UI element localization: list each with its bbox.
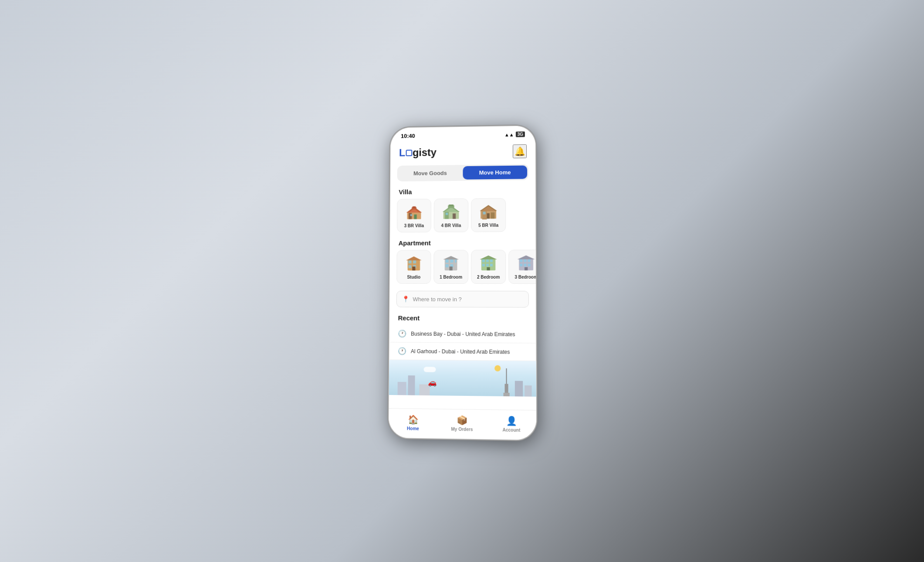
villa-5br-card[interactable]: 5 BR Villa [471, 198, 506, 232]
svg-marker-45 [480, 255, 497, 259]
villa-3br-icon [404, 203, 423, 221]
svg-rect-40 [486, 259, 488, 262]
nav-account[interactable]: 👤 Account [486, 413, 536, 435]
notifications-button[interactable]: 🔔 [512, 144, 526, 158]
apartment-cards-row: Studio [389, 249, 536, 289]
account-nav-icon: 👤 [506, 415, 517, 426]
studio-card[interactable]: Studio [396, 250, 431, 284]
1bedroom-label: 1 Bedroom [440, 275, 462, 280]
status-time: 10:40 [401, 133, 415, 139]
svg-rect-35 [455, 259, 457, 262]
logo-box [406, 149, 412, 156]
building-5 [525, 385, 531, 396]
svg-rect-14 [449, 204, 454, 206]
wifi-icon: ▲▲ [504, 132, 514, 137]
svg-rect-51 [520, 263, 522, 266]
svg-rect-22 [487, 213, 489, 218]
status-icons: ▲▲ 3G [504, 131, 525, 137]
svg-rect-29 [412, 266, 415, 270]
villa-3br-card[interactable]: 3 BR Villa [396, 198, 431, 232]
3bedroom-label: 3 Bedroom [514, 274, 536, 279]
location-placeholder-text: Where to move in ? [413, 296, 523, 302]
svg-marker-28 [406, 256, 422, 260]
villa-5br-icon [479, 203, 498, 220]
battery-icon: 3G [515, 131, 525, 137]
svg-rect-37 [449, 266, 452, 270]
orders-nav-label: My Orders [451, 426, 473, 432]
svg-rect-10 [453, 213, 456, 219]
villa-4br-card[interactable]: 4 BR Villa [433, 198, 468, 232]
svg-rect-48 [520, 259, 522, 262]
logo-l: L [399, 146, 405, 159]
svg-rect-31 [445, 259, 448, 262]
3bedroom-card[interactable]: 3 Bedroom [508, 249, 536, 283]
building-1 [397, 381, 406, 395]
svg-rect-18 [491, 212, 494, 218]
villa-3br-label: 3 BR Villa [404, 223, 423, 228]
burj-spire [506, 368, 507, 384]
burj-base [503, 392, 509, 396]
villa-4br-label: 4 BR Villa [441, 223, 461, 228]
svg-rect-21 [483, 211, 485, 214]
svg-rect-52 [524, 263, 526, 266]
move-home-tab[interactable]: Move Home [463, 165, 527, 179]
svg-rect-6 [413, 206, 416, 208]
home-nav-icon: 🏠 [407, 414, 418, 425]
move-goods-tab[interactable]: Move Goods [398, 166, 462, 180]
1bedroom-card[interactable]: 1 Bedroom [433, 250, 468, 284]
2bedroom-label: 2 Bedroom [477, 274, 499, 279]
logo-rest: gisty [412, 146, 436, 158]
2bedroom-card[interactable]: 2 Bedroom [470, 249, 505, 283]
apartment-section-title: Apartment [389, 237, 535, 250]
building-2 [408, 375, 415, 395]
svg-rect-24 [408, 260, 411, 263]
recent-item-2[interactable]: 🕐 Al Garhoud - Dubai - United Arab Emira… [389, 342, 536, 361]
orders-nav-icon: 📦 [456, 415, 467, 426]
svg-rect-55 [525, 267, 528, 270]
burj-khalifa [503, 368, 509, 396]
svg-rect-32 [450, 259, 453, 262]
sun-icon [494, 365, 501, 371]
villa-section-title: Villa [390, 185, 535, 199]
building-4 [514, 381, 522, 396]
bell-icon: 🔔 [514, 146, 525, 157]
villa-4br-icon [441, 203, 460, 221]
cloud-shape [423, 367, 436, 372]
home-nav-label: Home [407, 426, 419, 431]
svg-rect-50 [528, 259, 530, 262]
map-area: 🚗 [389, 360, 536, 396]
phone-shell: 10:40 ▲▲ 3G L gisty 🔔 Move Good [388, 125, 537, 441]
location-pin-icon: 📍 [402, 295, 409, 302]
svg-rect-46 [487, 267, 490, 270]
svg-rect-25 [413, 260, 416, 263]
recent-item-1[interactable]: 🕐 Business Bay - Dubai - United Arab Emi… [389, 325, 536, 343]
svg-rect-2 [414, 214, 416, 219]
car-icon: 🚗 [428, 378, 437, 386]
villa-cards-row: 3 BR Villa [390, 198, 536, 237]
nav-my-orders[interactable]: 📦 My Orders [437, 412, 487, 433]
clock-icon-1: 🕐 [398, 329, 406, 337]
app-logo: L gisty [399, 146, 436, 158]
svg-rect-44 [490, 263, 492, 266]
svg-rect-42 [482, 263, 484, 266]
burj-body [504, 384, 508, 392]
svg-rect-26 [408, 265, 411, 268]
1bedroom-icon [441, 255, 460, 272]
svg-rect-33 [445, 264, 448, 267]
recent-text-2: Al Garhoud - Dubai - United Arab Emirate… [410, 348, 509, 355]
bottom-nav: 🏠 Home 📦 My Orders 👤 Account [389, 408, 536, 440]
recent-text-1: Business Bay - Dubai - United Arab Emira… [411, 330, 515, 337]
svg-rect-7 [410, 214, 412, 216]
nav-home[interactable]: 🏠 Home [389, 412, 437, 433]
app-header: L gisty 🔔 [390, 140, 535, 163]
status-bar: 10:40 ▲▲ 3G [390, 126, 535, 142]
studio-icon [404, 255, 423, 272]
svg-marker-36 [443, 256, 459, 259]
recent-section-title: Recent [389, 312, 536, 325]
2bedroom-icon [479, 254, 498, 272]
location-input[interactable]: 📍 Where to move in ? [396, 290, 528, 307]
svg-rect-49 [524, 259, 526, 262]
3bedroom-icon [516, 254, 536, 272]
svg-rect-43 [486, 263, 488, 266]
content-area: L gisty 🔔 Move Goods Move Home Villa [389, 140, 536, 410]
